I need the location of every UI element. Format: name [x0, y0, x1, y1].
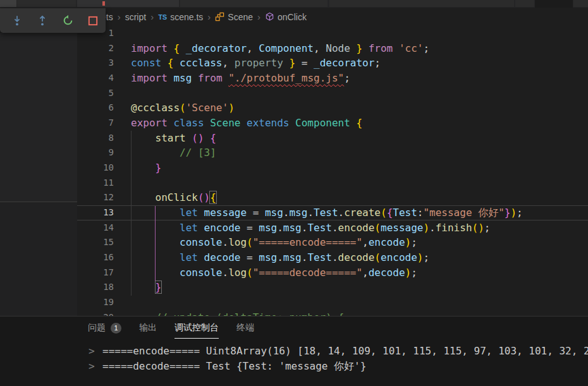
code-text — [114, 176, 131, 191]
breadcrumb-item-scene-class[interactable]: Scene — [215, 12, 253, 22]
code-text: let decode = msg.msg.Test.decode(encode)… — [114, 250, 429, 265]
code-line-9[interactable]: 9 // [3] — [77, 145, 588, 160]
tab-fragment[interactable] — [573, 0, 588, 7]
code-line-8[interactable]: 8 start () { — [77, 131, 588, 146]
line-number[interactable]: 11 — [77, 176, 114, 191]
tab-fragment[interactable] — [180, 0, 328, 7]
line-number[interactable]: 19 — [77, 295, 114, 310]
code-line-5[interactable]: 5 — [77, 86, 588, 101]
line-number[interactable]: 6 — [77, 100, 114, 116]
method-symbol-icon — [265, 12, 274, 21]
problems-count-badge: 1 — [111, 323, 121, 334]
panel-tab-label: 终端 — [236, 322, 254, 334]
debug-sidebar — [0, 33, 77, 316]
editor-tab-strip — [0, 0, 588, 8]
panel-tab-label: 输出 — [139, 322, 157, 334]
active-indent-guide — [155, 206, 156, 281]
code-line-7[interactable]: 7export class Scene extends Component { — [77, 116, 588, 131]
code-lines: 12import { _decorator, Component, Node }… — [77, 26, 588, 316]
tab-fragment[interactable] — [77, 0, 179, 7]
line-number[interactable]: 5 — [77, 86, 114, 101]
code-line-11[interactable]: 11 — [77, 176, 588, 191]
code-text — [114, 295, 131, 310]
breadcrumb-label: onClick — [278, 12, 307, 22]
tab-fragment[interactable] — [0, 0, 16, 7]
tab-strip-gap — [535, 0, 573, 8]
restart-button[interactable] — [55, 10, 80, 32]
console-row: >=====decode===== Test {Test: 'message 你… — [0, 359, 588, 374]
line-number[interactable]: 17 — [77, 265, 114, 280]
line-number[interactable]: 3 — [77, 56, 114, 71]
sidebar-lower-section — [0, 202, 77, 316]
tab-fragment[interactable] — [329, 0, 514, 7]
step-out-button[interactable] — [30, 10, 55, 32]
code-line-12[interactable]: 12 onClick(){ — [77, 190, 588, 205]
code-line-17[interactable]: 17 console.log("=====decode=====",decode… — [77, 265, 588, 280]
code-line-6[interactable]: 6@ccclass('Scene') — [77, 100, 588, 116]
breadcrumb-item-scene-ts[interactable]: TS scene.ts — [158, 12, 203, 22]
line-number[interactable]: 12 — [77, 190, 114, 205]
line-number[interactable]: 7 — [77, 116, 114, 131]
file-icon-fragment — [102, 1, 105, 6]
line-number[interactable]: 10 — [77, 160, 114, 176]
tab-fragment[interactable] — [17, 0, 76, 7]
code-text: console.log("=====decode=====",decode); — [114, 265, 417, 280]
code-text: let message = msg.msg.Test.create({Test:… — [114, 205, 523, 220]
code-line-19[interactable]: 19 — [77, 295, 588, 310]
line-number[interactable]: 18 — [77, 280, 114, 295]
breadcrumb-label: Scene — [228, 12, 253, 22]
panel-tab[interactable]: 问题1 — [88, 317, 121, 339]
breadcrumb-item-onclick-method[interactable]: onClick — [265, 12, 307, 22]
panel-tab-label: 调试控制台 — [175, 322, 219, 334]
line-number[interactable]: 2 — [77, 41, 114, 56]
breadcrumb: ets › script › TS scene.ts › Scene › onC… — [77, 8, 588, 26]
debug-console-output[interactable]: >=====encode===== Uint8Array(16) [18, 14… — [0, 344, 588, 373]
code-line-16[interactable]: 16 let decode = msg.msg.Test.decode(enco… — [77, 250, 588, 265]
chevron-right-icon: > — [89, 344, 102, 359]
code-editor[interactable]: 12import { _decorator, Component, Node }… — [77, 26, 588, 316]
breadcrumb-label: scene.ts — [170, 12, 203, 22]
line-number[interactable]: 16 — [77, 250, 114, 265]
typescript-file-icon: TS — [158, 13, 167, 21]
code-line-20[interactable]: 20 // update (deltaTime: number) { — [77, 310, 588, 316]
panel-tab[interactable]: 输出 — [139, 317, 157, 339]
code-text: // update (deltaTime: number) { — [114, 310, 344, 316]
code-line-10[interactable]: 10 } — [77, 160, 588, 176]
code-line-13[interactable]: 13 let message = msg.msg.Test.create({Te… — [77, 205, 588, 220]
tab-fragment[interactable] — [515, 0, 534, 7]
code-text — [114, 86, 131, 101]
step-out-icon — [37, 15, 48, 27]
code-text: } — [114, 160, 161, 176]
sidebar-section-divider[interactable] — [0, 202, 77, 202]
line-number[interactable]: 9 — [77, 145, 114, 160]
line-number[interactable]: 15 — [77, 235, 114, 250]
line-number[interactable]: 4 — [77, 71, 114, 86]
code-line-14[interactable]: 14 let encode = msg.msg.Test.encode(mess… — [77, 220, 588, 236]
code-line-4[interactable]: 4import msg from "./protobuf_msg.js"; — [77, 71, 588, 86]
chevron-right-icon: › — [257, 11, 260, 22]
step-into-button[interactable] — [4, 10, 30, 32]
line-number[interactable]: 20 — [77, 310, 114, 316]
console-text: =====encode===== Uint8Array(16) [18, 14,… — [102, 344, 588, 359]
code-line-18[interactable]: 18 } — [77, 280, 588, 295]
indent-guide — [131, 131, 132, 296]
panel-tab[interactable]: 终端 — [236, 317, 254, 339]
debug-toolbar — [0, 8, 106, 33]
panel-tab[interactable]: 调试控制台 — [175, 317, 219, 339]
code-line-3[interactable]: 3const { ccclass, property } = _decorato… — [77, 56, 588, 71]
stop-button[interactable] — [80, 10, 106, 32]
chevron-right-icon: › — [150, 11, 154, 22]
code-line-1[interactable]: 1 — [77, 26, 588, 41]
class-symbol-icon — [215, 12, 224, 21]
line-number[interactable]: 13 — [77, 205, 114, 220]
code-text: } — [114, 280, 161, 295]
code-line-2[interactable]: 2import { _decorator, Component, Node } … — [77, 41, 588, 56]
breadcrumb-item-script[interactable]: script — [125, 12, 146, 22]
chevron-right-icon: › — [207, 11, 211, 22]
code-line-15[interactable]: 15 console.log("=====encode=====",encode… — [77, 235, 588, 250]
code-text: const { ccclass, property } = _decorator… — [114, 56, 381, 71]
line-number[interactable]: 8 — [77, 131, 114, 146]
panel-tabs: 问题1输出调试控制台终端 — [0, 317, 588, 339]
line-number[interactable]: 14 — [77, 220, 114, 236]
step-into-icon — [11, 15, 23, 27]
